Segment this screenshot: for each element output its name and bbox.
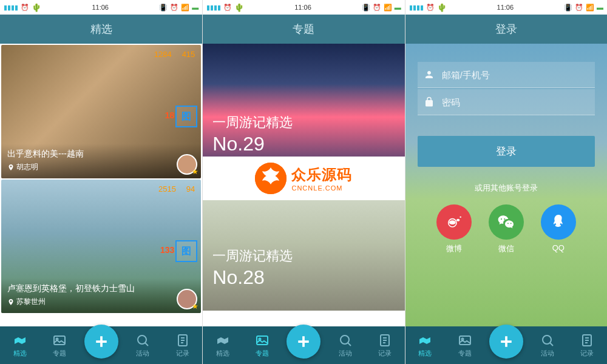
tabbar: 精选 专题 活动 记录 bbox=[0, 326, 202, 364]
tab-records[interactable]: 记录 bbox=[370, 333, 400, 358]
featured-list[interactable]: 1284 415 18 图 出乎意料的美---越南 胡志明 ★ 2515 94 … bbox=[0, 44, 202, 326]
fab-add[interactable] bbox=[287, 325, 320, 359]
svg-rect-10 bbox=[459, 336, 470, 345]
logo-mark-icon bbox=[255, 163, 287, 194]
phone-featured: ▮▮▮▮ ⏰ 🌵 11:06 📳 ⏰ 📶 ▬ 精选 1284 415 18 图 … bbox=[0, 0, 202, 364]
lock-icon bbox=[424, 96, 435, 107]
svg-point-7 bbox=[341, 335, 349, 344]
user-icon bbox=[424, 69, 435, 80]
topic-number: No.29 bbox=[212, 133, 293, 155]
vibrate-icon: 📳 bbox=[159, 4, 168, 12]
topic-title: 一周游记精选 bbox=[212, 113, 293, 132]
tab-featured[interactable]: 精选 bbox=[410, 333, 440, 358]
likes-stat: 415 bbox=[180, 50, 195, 59]
topic-number: No.28 bbox=[212, 266, 293, 289]
fab-add[interactable] bbox=[489, 325, 523, 359]
wifi-icon: 📶 bbox=[181, 4, 189, 12]
battery-icon: ▬ bbox=[395, 4, 401, 11]
tab-activity[interactable]: 活动 bbox=[330, 333, 361, 358]
battery-icon: ▬ bbox=[597, 4, 603, 11]
views-stat: 2515 bbox=[157, 184, 176, 194]
tab-topics[interactable]: 专题 bbox=[450, 333, 480, 358]
views-stat: 1284 bbox=[152, 50, 172, 59]
topics-list[interactable]: 一周游记精选 No.29 众乐源码 CNCNLE.COM 一周游记精选 No.2… bbox=[203, 44, 404, 326]
statusbar: ▮▮▮▮⏰🌵 11:06 📳⏰📶▬ bbox=[405, 0, 607, 15]
statusbar: ▮▮▮▮ ⏰ 🌵 11:06 📳 ⏰ 📶 ▬ bbox=[0, 0, 202, 15]
signal-icon: ▮▮▮▮ bbox=[409, 4, 424, 12]
wechat-icon bbox=[489, 204, 524, 240]
svg-rect-0 bbox=[54, 336, 65, 345]
tab-topics[interactable]: 专题 bbox=[44, 333, 75, 358]
login-button[interactable]: 登录 bbox=[418, 136, 595, 167]
password-input[interactable] bbox=[442, 97, 589, 107]
alarm-icon: ⏰ bbox=[21, 4, 29, 12]
star-icon: ★ bbox=[192, 167, 198, 176]
signal-icon: ▮▮▮▮ bbox=[206, 4, 221, 12]
featured-card[interactable]: 2515 94 133 图 卢塞恩到英格堡，初登铁力士雪山 苏黎世州 ★ bbox=[1, 180, 201, 313]
weibo-icon bbox=[436, 204, 472, 240]
watermark-logo: 众乐源码 CNCNLE.COM bbox=[203, 157, 404, 200]
vibrate-icon: 📳 bbox=[564, 4, 572, 12]
header-title: 专题 bbox=[203, 15, 404, 44]
vibrate-icon: 📳 bbox=[362, 4, 370, 12]
alarm-icon: ⏰ bbox=[223, 4, 232, 12]
tab-activity[interactable]: 活动 bbox=[127, 333, 158, 358]
image-badge-icon: 图 bbox=[175, 106, 197, 127]
alarm-icon: ⏰ bbox=[170, 4, 178, 12]
status-time: 11:06 bbox=[497, 4, 514, 11]
statusbar: ▮▮▮▮⏰🌵 11:06 📳⏰📶▬ bbox=[203, 0, 404, 15]
card-title: 卢塞恩到英格堡，初登铁力士雪山 bbox=[7, 283, 195, 294]
cactus-icon: 🌵 bbox=[437, 3, 447, 12]
wifi-icon: 📶 bbox=[384, 4, 392, 12]
tab-featured[interactable]: 精选 bbox=[208, 333, 238, 358]
social-wechat[interactable]: 微信 bbox=[489, 204, 524, 254]
image-count: 18 bbox=[165, 110, 175, 120]
phone-topics: ▮▮▮▮⏰🌵 11:06 📳⏰📶▬ 专题 一周游记精选 No.29 众乐源码 C… bbox=[202, 0, 404, 364]
tab-activity[interactable]: 活动 bbox=[532, 333, 563, 358]
fab-add[interactable] bbox=[84, 325, 118, 359]
tab-topics[interactable]: 专题 bbox=[247, 333, 277, 358]
star-icon: ★ bbox=[192, 302, 198, 311]
cactus-icon: 🌵 bbox=[32, 3, 41, 12]
cactus-icon: 🌵 bbox=[234, 3, 244, 12]
alarm-icon: ⏰ bbox=[426, 4, 435, 12]
header-title: 精选 bbox=[0, 15, 202, 44]
alt-login-label: 或用其他账号登录 bbox=[418, 183, 595, 194]
qq-icon bbox=[541, 204, 576, 240]
svg-point-2 bbox=[138, 335, 146, 344]
svg-point-12 bbox=[543, 335, 551, 344]
password-field-row[interactable] bbox=[418, 89, 595, 115]
wifi-icon: 📶 bbox=[586, 4, 594, 12]
social-qq[interactable]: QQ bbox=[541, 204, 576, 254]
battery-icon: ▬ bbox=[192, 4, 198, 11]
logo-text-en: CNCNLE.COM bbox=[291, 184, 352, 192]
signal-icon: ▮▮▮▮ bbox=[4, 4, 18, 12]
tab-records[interactable]: 记录 bbox=[572, 333, 602, 358]
tab-records[interactable]: 记录 bbox=[168, 333, 198, 358]
alarm-icon: ⏰ bbox=[373, 4, 381, 12]
tabbar: 精选 专题 活动 记录 bbox=[203, 326, 404, 364]
featured-card[interactable]: 1284 415 18 图 出乎意料的美---越南 胡志明 ★ bbox=[1, 45, 201, 178]
likes-stat: 94 bbox=[185, 184, 195, 194]
card-location: 胡志明 bbox=[7, 162, 195, 172]
status-time: 11:06 bbox=[92, 4, 109, 11]
topic-title: 一周游记精选 bbox=[212, 247, 293, 265]
email-field-row[interactable] bbox=[418, 62, 595, 88]
email-input[interactable] bbox=[442, 70, 589, 80]
social-weibo[interactable]: 微博 bbox=[436, 204, 472, 254]
logo-text-cn: 众乐源码 bbox=[291, 165, 352, 184]
phone-login: ▮▮▮▮⏰🌵 11:06 📳⏰📶▬ 登录 登录 或用其他账号登录 bbox=[405, 0, 607, 364]
tab-featured[interactable]: 精选 bbox=[5, 333, 35, 358]
card-location: 苏黎世州 bbox=[7, 297, 195, 307]
svg-rect-5 bbox=[257, 336, 268, 345]
image-count: 133 bbox=[160, 245, 174, 255]
tabbar: 精选 专题 活动 记录 bbox=[405, 326, 607, 364]
card-title: 出乎意料的美---越南 bbox=[7, 149, 195, 160]
header-title: 登录 bbox=[405, 15, 607, 44]
alarm-icon: ⏰ bbox=[575, 4, 583, 12]
image-badge-icon: 图 bbox=[175, 240, 197, 262]
status-time: 11:06 bbox=[294, 4, 311, 11]
